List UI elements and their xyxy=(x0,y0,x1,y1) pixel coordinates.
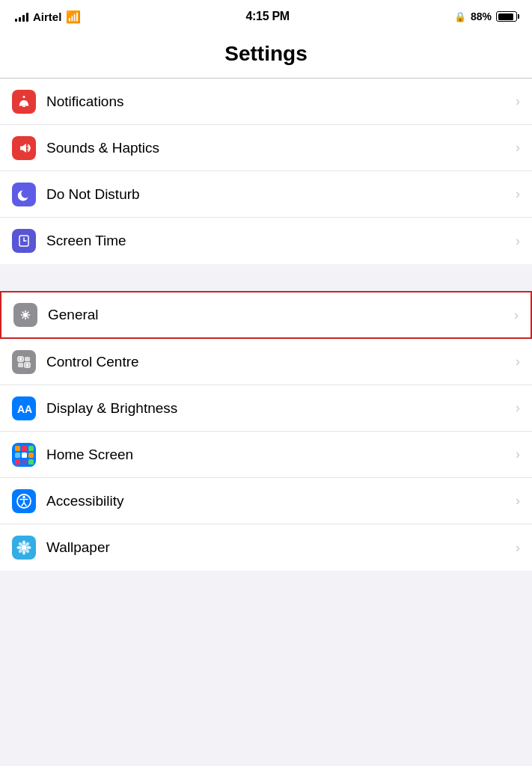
screentime-chevron: › xyxy=(516,233,520,249)
svg-line-11 xyxy=(22,312,23,313)
settings-item-sounds[interactable]: Sounds & Haptics › xyxy=(0,125,532,171)
page-title: Settings xyxy=(0,42,532,66)
svg-line-13 xyxy=(28,312,28,313)
carrier-label: Airtel xyxy=(33,10,61,23)
donotdisturb-label: Do Not Disturb xyxy=(46,186,516,203)
status-right: 🔒 88% xyxy=(454,10,517,22)
svg-rect-29 xyxy=(22,459,27,465)
screentime-icon xyxy=(12,229,36,253)
section-divider xyxy=(0,264,532,291)
svg-text:AA: AA xyxy=(17,403,32,415)
accessibility-chevron: › xyxy=(516,493,520,509)
svg-rect-26 xyxy=(22,453,27,458)
svg-rect-30 xyxy=(28,459,34,465)
settings-item-accessibility[interactable]: Accessibility › xyxy=(0,478,532,524)
settings-item-wallpaper[interactable]: Wallpaper › xyxy=(0,524,532,571)
wifi-icon: 📶 xyxy=(66,10,81,24)
svg-point-0 xyxy=(23,96,25,98)
svg-point-32 xyxy=(22,495,25,498)
status-left: Airtel 📶 xyxy=(15,10,81,24)
display-label: Display & Brightness xyxy=(46,400,516,417)
svg-point-37 xyxy=(27,546,31,549)
settings-item-controlcentre[interactable]: Control Centre › xyxy=(0,339,532,385)
svg-rect-27 xyxy=(28,453,34,458)
display-chevron: › xyxy=(516,400,520,416)
controlcentre-label: Control Centre xyxy=(46,354,516,370)
battery-fill xyxy=(498,13,513,20)
general-label: General xyxy=(48,307,514,323)
settings-item-homescreen[interactable]: Home Screen › xyxy=(0,432,532,478)
settings-section-1: Notifications › Sounds & Haptics › Do No… xyxy=(0,79,532,264)
settings-section-2: General › Control Centre › AA Display & … xyxy=(0,291,532,571)
sounds-icon xyxy=(12,136,36,160)
settings-item-screentime[interactable]: Screen Time › xyxy=(0,218,532,264)
svg-rect-22 xyxy=(15,446,20,451)
settings-item-general[interactable]: General › xyxy=(0,291,532,339)
svg-point-6 xyxy=(24,313,28,317)
homescreen-chevron: › xyxy=(516,447,520,462)
svg-point-34 xyxy=(22,541,25,545)
svg-rect-18 xyxy=(18,363,23,367)
general-chevron: › xyxy=(514,307,519,323)
sounds-label: Sounds & Haptics xyxy=(46,140,516,156)
settings-item-notifications[interactable]: Notifications › xyxy=(0,79,532,125)
svg-rect-1 xyxy=(22,105,25,107)
screentime-label: Screen Time xyxy=(46,233,516,249)
svg-rect-23 xyxy=(22,446,27,451)
controlcentre-icon xyxy=(12,350,36,374)
accessibility-icon-bg xyxy=(12,489,36,513)
svg-point-20 xyxy=(26,364,29,367)
svg-point-16 xyxy=(19,358,22,361)
settings-item-donotdisturb[interactable]: Do Not Disturb › xyxy=(0,171,532,218)
svg-line-14 xyxy=(22,317,23,318)
svg-rect-28 xyxy=(15,459,20,465)
notifications-chevron: › xyxy=(516,94,520,109)
battery-container xyxy=(496,11,517,22)
status-bar: Airtel 📶 4:15 PM 🔒 88% xyxy=(0,0,532,33)
signal-bars-icon xyxy=(15,11,28,22)
general-icon xyxy=(13,303,37,327)
display-icon: AA xyxy=(12,396,36,420)
homescreen-icon xyxy=(12,443,36,467)
signal-bar-4 xyxy=(26,13,28,22)
battery-percent-label: 88% xyxy=(471,10,492,22)
homescreen-label: Home Screen xyxy=(46,447,516,463)
donotdisturb-chevron: › xyxy=(516,186,520,202)
donotdisturb-icon xyxy=(12,183,36,206)
wallpaper-label: Wallpaper xyxy=(46,539,516,556)
svg-line-12 xyxy=(28,317,28,318)
sounds-chevron: › xyxy=(516,140,520,156)
svg-point-36 xyxy=(17,546,22,549)
wallpaper-icon xyxy=(12,536,36,560)
signal-bar-3 xyxy=(22,15,25,22)
lock-screen-icon: 🔒 xyxy=(454,11,466,22)
time-label: 4:15 PM xyxy=(245,10,289,23)
accessibility-label: Accessibility xyxy=(46,493,516,509)
controlcentre-chevron: › xyxy=(516,354,520,370)
nav-bar: Settings xyxy=(0,33,532,79)
wallpaper-chevron: › xyxy=(516,540,520,556)
signal-bar-1 xyxy=(15,19,17,22)
svg-rect-25 xyxy=(15,453,20,458)
notifications-label: Notifications xyxy=(46,94,516,110)
svg-rect-17 xyxy=(25,357,30,361)
signal-bar-2 xyxy=(19,17,21,22)
settings-item-display[interactable]: AA Display & Brightness › xyxy=(0,385,532,432)
notifications-icon xyxy=(12,90,36,114)
battery-icon xyxy=(496,11,517,22)
svg-point-35 xyxy=(22,551,25,555)
svg-rect-24 xyxy=(28,446,34,451)
